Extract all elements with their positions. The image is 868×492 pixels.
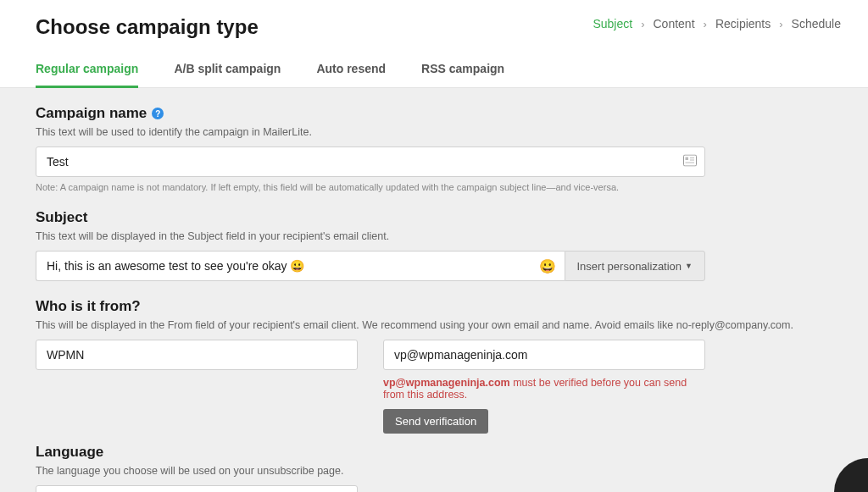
svg-rect-3 [690, 160, 694, 161]
subject-desc: This text will be displayed in the Subje… [36, 230, 832, 242]
campaign-type-tabs: Regular campaign A/B split campaign Auto… [0, 39, 868, 88]
language-label: Language [36, 444, 103, 461]
from-email-input[interactable] [383, 340, 705, 370]
step-schedule[interactable]: Schedule [792, 17, 841, 30]
chevron-right-icon: › [641, 18, 644, 30]
chevron-right-icon: › [779, 18, 782, 30]
caret-down-icon: ▼ [685, 262, 693, 270]
from-label: Who is it from? [36, 298, 141, 315]
tab-regular-campaign[interactable]: Regular campaign [36, 53, 138, 88]
svg-rect-1 [686, 158, 689, 161]
subject-label: Subject [36, 209, 87, 226]
language-select[interactable] [36, 485, 358, 492]
from-error-email: vp@wpmanageninja.com [383, 377, 510, 389]
insert-personalization-button[interactable]: Insert personalization ▼ [565, 251, 706, 281]
wizard-steps: Subject › Content › Recipients › Schedul… [593, 15, 841, 30]
from-name-input[interactable] [36, 340, 358, 370]
page-title: Choose campaign type [36, 15, 259, 39]
chevron-right-icon: › [704, 18, 707, 30]
campaign-name-input[interactable] [36, 146, 705, 177]
emoji-picker-icon[interactable]: 😀 [539, 258, 556, 274]
campaign-name-desc: This text will be used to identify the c… [36, 126, 832, 138]
from-desc: This will be displayed in the From field… [36, 319, 832, 331]
campaign-name-label: Campaign name [36, 105, 147, 122]
language-desc: The language you choose will be used on … [36, 465, 832, 477]
step-subject[interactable]: Subject [593, 17, 632, 30]
help-icon[interactable]: ? [152, 108, 164, 119]
tab-ab-split-campaign[interactable]: A/B split campaign [174, 53, 281, 88]
tab-auto-resend[interactable]: Auto resend [316, 53, 386, 88]
subject-input[interactable] [36, 251, 565, 281]
contact-card-icon[interactable] [683, 155, 697, 169]
campaign-name-note: Note: A campaign name is not mandatory. … [36, 182, 832, 192]
step-recipients[interactable]: Recipients [715, 17, 771, 30]
insert-personalization-label: Insert personalization [577, 260, 682, 273]
tab-rss-campaign[interactable]: RSS campaign [421, 53, 504, 88]
from-email-error: vp@wpmanageninja.com must be verified be… [383, 377, 705, 401]
send-verification-button[interactable]: Send verification [383, 409, 488, 434]
step-content[interactable]: Content [654, 17, 695, 30]
svg-rect-4 [686, 163, 695, 163]
svg-rect-2 [690, 158, 694, 158]
